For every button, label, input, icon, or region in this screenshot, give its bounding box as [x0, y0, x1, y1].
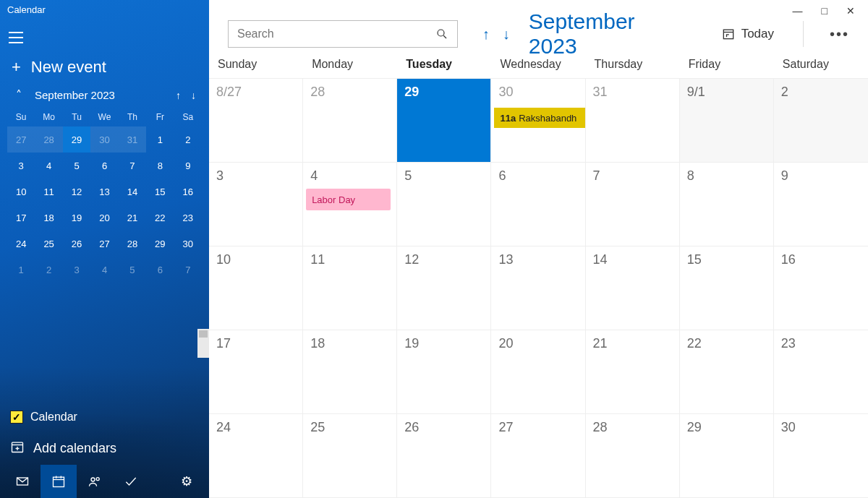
mini-day-cell[interactable]: 5 [63, 153, 90, 179]
day-cell[interactable]: 8/27 [209, 79, 303, 162]
mini-day-cell[interactable]: 2 [35, 257, 62, 283]
collapse-mini-calendar-button[interactable]: ˄ [9, 88, 29, 102]
mini-day-cell[interactable]: 1 [146, 126, 174, 153]
day-cell[interactable]: 25 [303, 414, 397, 497]
mini-day-cell[interactable]: 30 [90, 126, 118, 153]
mini-day-cell[interactable]: 27 [90, 231, 118, 257]
mini-day-cell[interactable]: 27 [7, 126, 35, 153]
calendar-checkbox[interactable]: ✓ [10, 411, 23, 424]
day-cell[interactable]: 24 [209, 414, 303, 497]
mini-day-cell[interactable]: 13 [90, 179, 118, 205]
day-cell[interactable]: 10 [209, 246, 303, 330]
mini-day-cell[interactable]: 4 [35, 153, 62, 179]
calendar-list-item[interactable]: ✓ Calendar [10, 406, 199, 428]
day-cell[interactable]: 9 [774, 163, 868, 246]
day-cell[interactable]: 20 [491, 330, 585, 413]
mini-day-cell[interactable]: 6 [146, 257, 174, 283]
todo-app-button[interactable] [113, 465, 149, 498]
mini-day-cell[interactable]: 9 [174, 153, 202, 179]
day-cell[interactable]: 3 [209, 163, 303, 246]
mini-day-cell[interactable]: 29 [146, 231, 174, 257]
day-cell[interactable]: 28 [303, 79, 397, 162]
day-cell[interactable]: 12 [397, 246, 491, 330]
mini-day-cell[interactable]: 10 [7, 179, 35, 205]
day-cell[interactable]: 16 [774, 246, 868, 330]
day-cell[interactable]: 21 [586, 330, 680, 413]
day-cell[interactable]: 4Labor Day [303, 163, 397, 246]
day-cell[interactable]: 26 [397, 414, 491, 497]
prev-month-button[interactable]: ↑ [482, 26, 490, 43]
mini-day-cell[interactable]: 28 [35, 126, 62, 153]
day-cell[interactable]: 28 [586, 414, 680, 497]
today-button[interactable]: Today [714, 27, 781, 41]
day-cell[interactable]: 8 [680, 163, 774, 246]
mini-day-cell[interactable]: 22 [146, 205, 174, 231]
calendar-event[interactable]: 11a Rakshabandh [494, 108, 584, 128]
mini-day-cell[interactable]: 3 [63, 257, 90, 283]
day-cell[interactable]: 27 [491, 414, 585, 497]
mini-day-cell[interactable]: 7 [119, 153, 146, 179]
day-cell[interactable]: 14 [586, 246, 680, 330]
new-event-button[interactable]: + New event [0, 52, 209, 81]
search-input[interactable] [237, 27, 435, 40]
day-cell[interactable]: 29 [397, 79, 491, 162]
mini-day-cell[interactable]: 6 [90, 153, 118, 179]
hamburger-button[interactable] [0, 23, 32, 52]
mail-app-button[interactable] [4, 465, 41, 498]
people-app-button[interactable] [77, 465, 113, 498]
add-calendars-button[interactable]: Add calendars [0, 432, 209, 465]
calendar-app-button[interactable] [41, 465, 77, 498]
mini-day-cell[interactable]: 16 [174, 179, 202, 205]
minimize-button[interactable]: — [793, 5, 803, 17]
mini-day-cell[interactable]: 14 [119, 179, 146, 205]
day-cell[interactable]: 5 [397, 163, 491, 246]
more-options-button[interactable]: ••• [825, 26, 854, 43]
day-cell[interactable]: 11 [303, 246, 397, 330]
day-cell[interactable]: 9/1 [680, 79, 774, 162]
day-cell[interactable]: 3011a Rakshabandh [491, 79, 585, 162]
mini-prev-month-button[interactable]: ↑ [176, 90, 181, 101]
day-cell[interactable]: 6 [491, 163, 585, 246]
day-cell[interactable]: 30 [774, 414, 868, 497]
day-cell[interactable]: 22 [680, 330, 774, 413]
day-cell[interactable]: 13 [491, 246, 585, 330]
mini-day-cell[interactable]: 15 [146, 179, 174, 205]
day-cell[interactable]: 7 [586, 163, 680, 246]
mini-day-cell[interactable]: 26 [63, 231, 90, 257]
mini-day-cell[interactable]: 17 [7, 205, 35, 231]
mini-day-cell[interactable]: 19 [63, 205, 90, 231]
mini-day-cell[interactable]: 30 [174, 231, 202, 257]
mini-day-cell[interactable]: 21 [119, 205, 146, 231]
next-month-button[interactable]: ↓ [503, 26, 510, 43]
day-cell[interactable]: 15 [680, 246, 774, 330]
search-box[interactable] [228, 20, 458, 48]
sidebar-scrollbar[interactable] [197, 329, 209, 358]
mini-day-cell[interactable]: 8 [146, 153, 174, 179]
day-cell[interactable]: 17 [209, 330, 303, 413]
mini-day-cell[interactable]: 28 [119, 231, 146, 257]
day-cell[interactable]: 18 [303, 330, 397, 413]
mini-day-cell[interactable]: 11 [35, 179, 62, 205]
mini-day-cell[interactable]: 12 [63, 179, 90, 205]
day-cell[interactable]: 29 [680, 414, 774, 497]
mini-day-cell[interactable]: 18 [35, 205, 62, 231]
mini-next-month-button[interactable]: ↓ [191, 90, 196, 101]
mini-day-cell[interactable]: 20 [90, 205, 118, 231]
mini-day-cell[interactable]: 31 [119, 126, 146, 153]
mini-day-cell[interactable]: 24 [7, 231, 35, 257]
day-cell[interactable]: 23 [774, 330, 868, 413]
mini-day-cell[interactable]: 7 [174, 257, 202, 283]
day-cell[interactable]: 19 [397, 330, 491, 413]
settings-button[interactable]: ⚙ [169, 465, 205, 498]
mini-day-cell[interactable]: 4 [90, 257, 118, 283]
calendar-event[interactable]: Labor Day [306, 189, 391, 210]
day-cell[interactable]: 2 [774, 79, 868, 162]
mini-day-cell[interactable]: 23 [174, 205, 202, 231]
mini-day-cell[interactable]: 3 [7, 153, 35, 179]
maximize-button[interactable]: □ [822, 5, 827, 17]
mini-day-cell[interactable]: 5 [119, 257, 146, 283]
mini-day-cell[interactable]: 29 [63, 126, 90, 153]
month-title[interactable]: September 2023 [529, 9, 685, 59]
mini-day-cell[interactable]: 1 [7, 257, 35, 283]
day-cell[interactable]: 31 [586, 79, 680, 162]
